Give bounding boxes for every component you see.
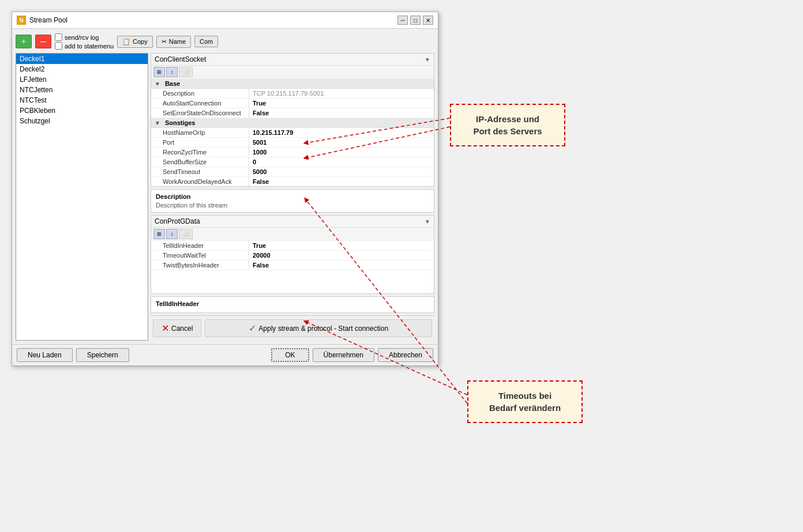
name-label: Name — [169, 38, 186, 45]
send-buffer-row: SendBufferSize 0 — [151, 157, 434, 167]
title-bar-controls: ─ □ ✕ — [397, 16, 433, 25]
send-rcv-log-checkbox[interactable] — [55, 33, 62, 41]
con-prot-gdata-header: ConProtGData ▼ — [151, 216, 434, 228]
prot-category-icon[interactable]: ⊞ — [153, 229, 165, 239]
prot-help-icon[interactable]: ⬜ — [179, 229, 193, 239]
workaround-row: WorkAroundDelayedAck False — [151, 177, 434, 186]
window-footer: Neu Laden Speichern OK Übernehmen Abbrec… — [12, 344, 438, 365]
set-error-row: SetErrorStateOnDisconnect False — [151, 108, 434, 118]
tellid-key: TellIdInHeader — [151, 241, 249, 250]
con-prot-gdata-dropdown[interactable]: ▼ — [425, 218, 430, 225]
add-to-statemenu-label: add to statemenu — [65, 43, 114, 50]
base-description-box: Description Description of this stream — [151, 189, 434, 213]
prot-sort-icon[interactable]: ↕ — [166, 229, 178, 239]
recon-row: ReconZyclTime 1000 — [151, 148, 434, 157]
copy-icon: 📋 — [122, 38, 130, 46]
main-body: Deckel1 Deckel2 LFJetten NTCJetten NTCTe… — [16, 53, 434, 341]
port-key: Port — [151, 138, 249, 147]
tellid-value[interactable]: True — [249, 241, 434, 250]
stream-list: Deckel1 Deckel2 LFJetten NTCJetten NTCTe… — [16, 53, 148, 341]
footer-right: OK Übernehmen Abbrechen — [271, 348, 433, 362]
title-bar-left: N Stream Pool — [17, 16, 67, 25]
list-item-lfjetten[interactable]: LFJetten — [16, 74, 148, 85]
help-icon[interactable]: ⬜ — [179, 67, 193, 77]
workaround-key: WorkAroundDelayedAck — [151, 177, 249, 186]
timeout-wait-row: TimeoutWaitTel 20000 — [151, 251, 434, 261]
cancel-button[interactable]: ✕ Cancel — [153, 319, 201, 337]
send-timeout-row: SendTimeout 5000 — [151, 167, 434, 177]
apply-label: Apply stream & protocol - Start connecti… — [258, 325, 388, 333]
prot-description-box: TellIdInHeader — [151, 296, 434, 313]
send-timeout-key: SendTimeout — [151, 167, 249, 176]
recon-key: ReconZyclTime — [151, 148, 249, 157]
con-client-socket-dropdown[interactable]: ▼ — [425, 56, 430, 63]
prot-description-title: TellIdInHeader — [156, 300, 429, 307]
page-wrapper: N Stream Pool ─ □ ✕ ＋ ─ send/rcv log — [12, 12, 438, 366]
add-button[interactable]: ＋ — [16, 35, 32, 48]
speichern-button[interactable]: Speichern — [76, 348, 129, 362]
ok-button[interactable]: OK — [271, 348, 309, 362]
close-button[interactable]: ✕ — [423, 16, 433, 25]
set-error-key: SetErrorStateOnDisconnect — [151, 108, 249, 118]
ip-address-callout: IP-Adresse undPort des Servers — [450, 104, 565, 146]
send-rcv-log-row: send/rcv log — [55, 33, 114, 41]
action-bar: ✕ Cancel ✓ Apply stream & protocol - Sta… — [151, 315, 434, 341]
auto-start-value[interactable]: True — [249, 99, 434, 108]
workaround-value[interactable]: False — [249, 177, 434, 186]
apply-icon: ✓ — [249, 323, 256, 334]
abbrechen-button[interactable]: Abbrechen — [378, 348, 433, 362]
copy-button[interactable]: 📋 Copy — [117, 36, 153, 48]
minimize-button[interactable]: ─ — [397, 16, 408, 25]
con-prot-gdata-section: ConProtGData ▼ ⊞ ↕ ⬜ TellIdInHeader True — [151, 215, 434, 294]
list-item-ntcjetten[interactable]: NTCJetten — [16, 85, 148, 95]
sonstiges-group-label: Sonstiges — [165, 119, 196, 126]
add-to-statemenu-row: add to statemenu — [55, 42, 114, 50]
twist-bytes-value[interactable]: False — [249, 261, 434, 270]
port-value[interactable]: 5001 — [249, 138, 434, 147]
timeout-wait-value[interactable]: 20000 — [249, 251, 434, 260]
send-timeout-value[interactable]: 5000 — [249, 167, 434, 176]
footer-left: Neu Laden Speichern — [17, 348, 129, 362]
main-window: N Stream Pool ─ □ ✕ ＋ ─ send/rcv log — [12, 12, 438, 366]
cancel-icon: ✕ — [162, 323, 169, 334]
con-prot-gdata-title: ConProtGData — [155, 217, 200, 225]
add-to-statemenu-checkbox[interactable] — [55, 42, 62, 50]
sort-icon[interactable]: ↕ — [166, 67, 178, 77]
port-row: Port 5001 — [151, 138, 434, 148]
title-bar: N Stream Pool ─ □ ✕ — [12, 12, 438, 29]
toolbar: ＋ ─ send/rcv log add to statemenu 📋 Copy — [16, 32, 434, 51]
remove-button[interactable]: ─ — [35, 35, 51, 48]
com-button[interactable]: Com — [194, 36, 218, 47]
name-button[interactable]: ✂ Name — [156, 36, 191, 48]
con-client-socket-title: ConClientSocket — [155, 55, 206, 63]
hostname-value[interactable]: 10.215.117.79 — [249, 128, 434, 137]
restore-button[interactable]: □ — [410, 16, 421, 25]
neu-laden-button[interactable]: Neu Laden — [17, 348, 73, 362]
base-group-label: Base — [165, 80, 180, 87]
category-icon[interactable]: ⊞ — [153, 67, 165, 77]
uebernehmen-button[interactable]: Übernehmen — [313, 348, 374, 362]
list-item-deckel2[interactable]: Deckel2 — [16, 64, 148, 74]
description-row: Description TCP 10.215.117.79-5001 — [151, 89, 434, 99]
list-item-pcbkleben[interactable]: PCBKleben — [16, 105, 148, 116]
apply-button[interactable]: ✓ Apply stream & protocol - Start connec… — [205, 319, 432, 337]
window-title: Stream Pool — [29, 16, 67, 24]
con-client-socket-header: ConClientSocket ▼ — [151, 54, 434, 66]
set-error-value[interactable]: False — [249, 108, 434, 118]
checkbox-group: send/rcv log add to statemenu — [55, 33, 114, 50]
tellid-row: TellIdInHeader True — [151, 241, 434, 251]
description-key: Description — [151, 89, 249, 98]
con-prot-gdata-toolbar: ⊞ ↕ ⬜ — [151, 228, 434, 241]
timeout-wait-key: TimeoutWaitTel — [151, 251, 249, 260]
list-item-deckel1[interactable]: Deckel1 — [16, 54, 148, 64]
send-buffer-key: SendBufferSize — [151, 157, 249, 167]
base-description-text: Description of this stream — [156, 202, 429, 209]
recon-value[interactable]: 1000 — [249, 148, 434, 157]
description-value[interactable]: TCP 10.215.117.79-5001 — [249, 89, 434, 98]
con-client-socket-section: ConClientSocket ▼ ⊞ ↕ ⬜ ▼ Base — [151, 53, 434, 187]
auto-start-row: AutoStartConnection True — [151, 99, 434, 108]
send-buffer-value[interactable]: 0 — [249, 157, 434, 167]
list-item-ntctest[interactable]: NTCTest — [16, 95, 148, 105]
base-chevron: ▼ — [155, 81, 160, 87]
list-item-schutzgel[interactable]: Schutzgel — [16, 116, 148, 126]
